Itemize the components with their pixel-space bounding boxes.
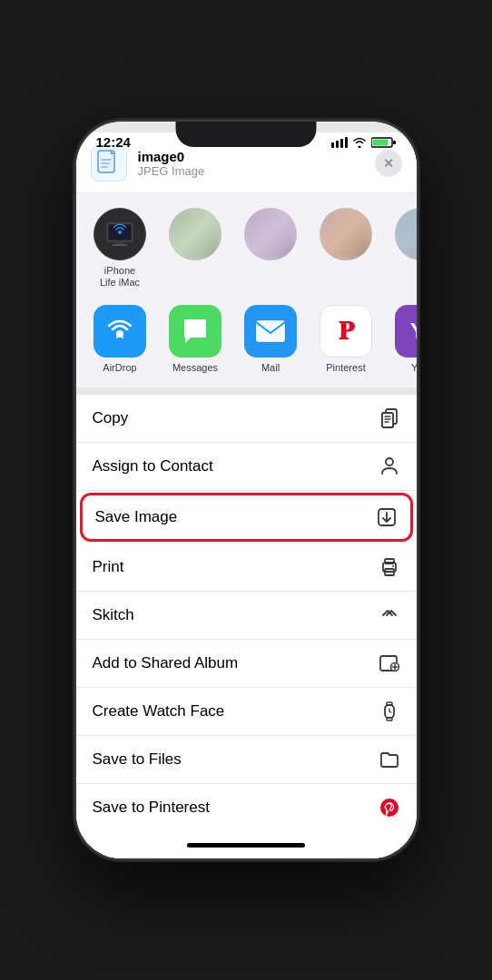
svg-point-22 xyxy=(386,458,393,466)
status-time: 12:24 xyxy=(96,134,131,150)
mail-label: Mail xyxy=(261,362,280,373)
home-bar xyxy=(187,843,305,848)
document-icon xyxy=(97,150,121,177)
print-icon xyxy=(379,556,400,578)
svg-rect-6 xyxy=(393,141,396,144)
close-button[interactable]: ✕ xyxy=(375,150,402,177)
contacts-row: iPhoneLife iMac xyxy=(76,193,417,298)
pinterest-label: Pinterest xyxy=(326,362,365,373)
imac-icon xyxy=(100,214,140,254)
svg-rect-10 xyxy=(101,166,108,168)
file-name: image0 xyxy=(138,149,364,164)
svg-rect-2 xyxy=(340,139,343,148)
app-mail[interactable]: Mail xyxy=(241,305,300,373)
action-save-files[interactable]: Save to Files xyxy=(76,736,417,784)
svg-rect-34 xyxy=(387,718,392,720)
app-messages[interactable]: Messages xyxy=(166,305,225,373)
svg-rect-17 xyxy=(256,320,285,342)
folder-icon xyxy=(379,749,400,770)
contact-avatar-4 xyxy=(320,208,372,260)
signal-icon xyxy=(331,137,348,148)
action-watch-face[interactable]: Create Watch Face xyxy=(76,688,417,736)
messages-label: Messages xyxy=(172,362,218,373)
yahoo-letter: Y! xyxy=(410,318,417,344)
svg-rect-3 xyxy=(345,137,348,148)
svg-rect-5 xyxy=(372,139,388,145)
contact-5[interactable] xyxy=(392,208,417,289)
save-icon xyxy=(376,506,398,528)
file-info: image0 JPEG Image xyxy=(138,149,364,178)
svg-rect-33 xyxy=(387,702,392,705)
contact-3[interactable] xyxy=(241,208,300,289)
pinterest-p-icon xyxy=(379,797,400,818)
notch xyxy=(176,122,317,147)
yahoo-icon-wrapper: Y! xyxy=(395,305,417,358)
svg-point-15 xyxy=(118,230,122,234)
contact-iphone-life-imac[interactable]: iPhoneLife iMac xyxy=(91,208,150,289)
svg-point-27 xyxy=(392,565,394,567)
pinterest-icon-wrapper: 𝐏 xyxy=(320,305,372,358)
pinterest-letter: 𝐏 xyxy=(339,317,354,347)
app-yahoo[interactable]: Y! Ya... xyxy=(392,305,417,373)
skitch-icon xyxy=(379,604,400,626)
messages-icon-wrapper xyxy=(169,305,221,358)
svg-rect-0 xyxy=(331,142,334,148)
copy-icon xyxy=(379,407,400,429)
person-icon xyxy=(379,456,400,477)
share-sheet: image0 JPEG Image ✕ xyxy=(76,132,417,858)
airdrop-svg xyxy=(103,315,136,348)
watch-icon xyxy=(379,701,400,722)
messages-svg xyxy=(180,316,211,347)
airdrop-icon-wrapper xyxy=(93,305,146,358)
svg-rect-14 xyxy=(113,244,127,246)
shared-album-icon xyxy=(379,652,400,674)
action-skitch[interactable]: Skitch xyxy=(76,592,417,640)
contact-avatar-3 xyxy=(244,208,297,260)
app-pinterest[interactable]: 𝐏 Pinterest xyxy=(317,305,376,373)
mail-icon-wrapper xyxy=(244,305,297,358)
contact-avatar-iphone-life xyxy=(93,208,146,260)
action-save-image[interactable]: Save Image xyxy=(80,493,413,542)
battery-icon xyxy=(371,136,397,149)
svg-rect-26 xyxy=(385,559,394,564)
wifi-icon xyxy=(352,137,367,148)
svg-rect-9 xyxy=(101,162,110,164)
contact-avatar-5 xyxy=(395,208,417,260)
contact-4[interactable] xyxy=(317,208,376,289)
action-shared-album[interactable]: Add to Shared Album xyxy=(76,640,417,688)
svg-point-35 xyxy=(380,799,399,817)
airdrop-label: AirDrop xyxy=(103,362,136,373)
action-print[interactable]: Print xyxy=(76,544,417,592)
svg-rect-8 xyxy=(101,159,112,161)
svg-rect-21 xyxy=(382,413,393,427)
apps-row: AirDrop Messages xyxy=(76,298,417,395)
action-save-image-container: Save Image xyxy=(76,493,417,542)
contact-avatar-2 xyxy=(169,208,221,260)
home-indicator xyxy=(76,831,417,858)
yahoo-label: Ya... xyxy=(411,362,416,373)
svg-rect-1 xyxy=(336,141,339,148)
action-save-pinterest[interactable]: Save to Pinterest xyxy=(76,784,417,831)
phone-screen: 12:24 xyxy=(76,122,417,858)
contact-2[interactable] xyxy=(166,208,225,289)
action-copy[interactable]: Copy xyxy=(76,395,417,443)
contact-name-iphone-life: iPhoneLife iMac xyxy=(100,265,140,289)
action-assign-contact[interactable]: Assign to Contact xyxy=(76,443,417,491)
app-airdrop[interactable]: AirDrop xyxy=(91,305,150,373)
phone-frame: 12:24 xyxy=(76,122,417,858)
mail-svg xyxy=(254,318,287,344)
file-type: JPEG Image xyxy=(138,164,364,178)
file-icon xyxy=(91,145,127,181)
action-list: Copy Assign to Contact xyxy=(76,395,417,831)
